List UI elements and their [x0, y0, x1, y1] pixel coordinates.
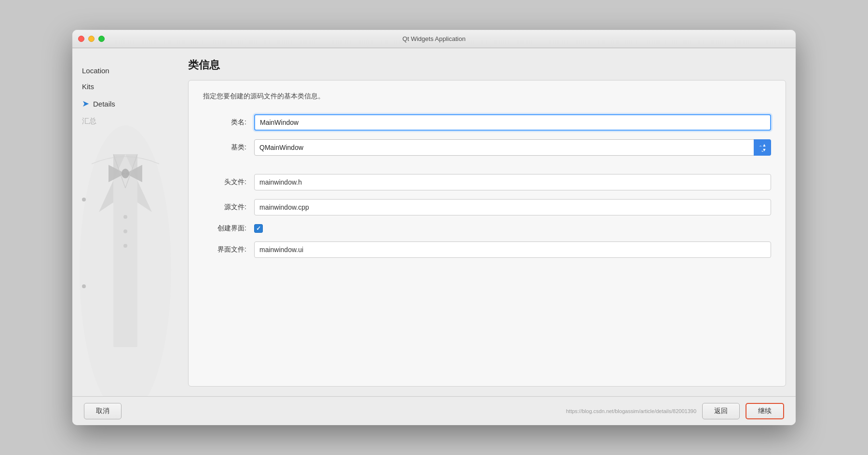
sourcefile-row: 源文件: mainwindow.cpp	[203, 199, 771, 215]
createui-checkbox-wrapper	[254, 224, 263, 233]
sidebar: Location Kits ➤ Details 汇总	[72, 48, 178, 396]
baseclass-select[interactable]: QMainWindow QWidget QDialog	[254, 139, 771, 156]
classname-row: 类名:	[203, 114, 771, 131]
createui-label: 创建界面:	[203, 224, 246, 233]
sidebar-dot-1	[82, 198, 86, 201]
headerfile-label: 头文件:	[203, 178, 246, 187]
form-card: 指定您要创建的源码文件的基本类信息。 类名: 基类: QMainWindow Q…	[188, 80, 786, 387]
sidebar-item-location[interactable]: Location	[72, 63, 178, 79]
form-description: 指定您要创建的源码文件的基本类信息。	[203, 92, 771, 101]
svg-rect-1	[113, 154, 137, 347]
headerfile-row: 头文件: mainwindow.h	[203, 174, 771, 190]
sidebar-item-details-label: Details	[93, 100, 115, 108]
uifile-value: mainwindow.ui	[254, 241, 771, 258]
close-button[interactable]	[78, 36, 84, 42]
uifile-label: 界面文件:	[203, 245, 246, 254]
back-button[interactable]: 返回	[702, 403, 740, 419]
sidebar-item-kits-label: Kits	[82, 82, 94, 91]
titlebar: Qt Widgets Application	[72, 30, 796, 48]
cancel-button[interactable]: 取消	[84, 403, 122, 419]
svg-point-2	[123, 215, 127, 219]
svg-point-0	[80, 125, 171, 396]
sidebar-item-kits[interactable]: Kits	[72, 79, 178, 94]
sidebar-dot-2	[82, 284, 86, 288]
sourcefile-label: 源文件:	[203, 203, 246, 212]
baseclass-row: 基类: QMainWindow QWidget QDialog ▲ ▼	[203, 139, 771, 156]
panel-title: 类信息	[188, 58, 786, 72]
minimize-button[interactable]	[88, 36, 95, 42]
createui-checkbox[interactable]	[254, 224, 263, 233]
uifile-row: 界面文件: mainwindow.ui	[203, 241, 771, 258]
main-content: Location Kits ➤ Details 汇总 类信息	[72, 48, 796, 396]
spacer-1	[203, 164, 771, 174]
baseclass-label: 基类:	[203, 143, 246, 152]
createui-row: 创建界面:	[203, 224, 771, 233]
sidebar-item-summary: 汇总	[72, 113, 178, 130]
sourcefile-value: mainwindow.cpp	[254, 199, 771, 215]
bottom-right-buttons: https://blog.csdn.net/blogassim/article/…	[566, 403, 784, 419]
bottom-bar: 取消 https://blog.csdn.net/blogassim/artic…	[72, 396, 796, 425]
classname-input[interactable]	[254, 114, 771, 131]
next-button[interactable]: 继续	[746, 403, 784, 419]
sidebar-item-location-label: Location	[82, 67, 109, 75]
svg-point-5	[122, 169, 129, 178]
sidebar-item-details[interactable]: ➤ Details	[72, 94, 178, 113]
classname-label: 类名:	[203, 118, 246, 127]
url-hint: https://blog.csdn.net/blogassim/article/…	[566, 408, 696, 414]
details-arrow-icon: ➤	[82, 98, 89, 109]
sidebar-item-summary-label: 汇总	[82, 117, 96, 126]
svg-point-4	[123, 244, 127, 248]
sidebar-nav: Location Kits ➤ Details 汇总	[72, 58, 178, 130]
right-panel: 类信息 指定您要创建的源码文件的基本类信息。 类名: 基类: QMainWind…	[178, 48, 796, 396]
maximize-button[interactable]	[98, 36, 105, 42]
traffic-lights	[78, 36, 105, 42]
svg-point-3	[123, 229, 127, 233]
headerfile-value: mainwindow.h	[254, 174, 771, 190]
baseclass-select-wrapper[interactable]: QMainWindow QWidget QDialog ▲ ▼	[254, 139, 771, 156]
main-window: Qt Widgets Application	[72, 30, 796, 425]
window-title: Qt Widgets Application	[403, 35, 466, 42]
